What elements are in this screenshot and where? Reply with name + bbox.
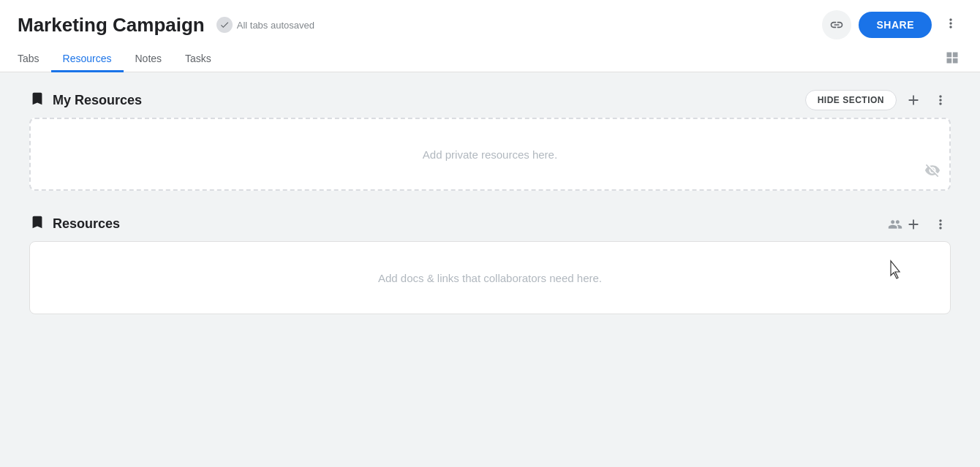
autosave-label: All tabs autosaved xyxy=(237,20,314,31)
grid-view-button[interactable] xyxy=(942,49,962,67)
link-button[interactable] xyxy=(822,10,851,39)
resources-placeholder: Add docs & links that collaborators need… xyxy=(378,272,602,284)
app-container: Marketing Campaign All tabs autosaved xyxy=(0,0,980,467)
header-right: SHARE xyxy=(822,10,962,39)
tab-tasks[interactable]: Tasks xyxy=(173,47,223,72)
share-button[interactable]: SHARE xyxy=(859,12,932,38)
my-resources-body: Add private resources here. xyxy=(29,118,951,191)
private-eye-icon xyxy=(924,162,941,182)
resources-more-button[interactable] xyxy=(930,216,951,233)
autosave-icon xyxy=(216,17,233,33)
hide-section-button[interactable]: HIDE SECTION xyxy=(805,90,897,110)
main-content: My Resources HIDE SECTION xyxy=(0,72,980,467)
my-resources-placeholder: Add private resources here. xyxy=(423,148,557,161)
tab-resources[interactable]: Resources xyxy=(51,47,124,72)
header-nav-row: Tabs Resources Notes Tasks xyxy=(18,47,962,72)
page-title: Marketing Campaign xyxy=(18,14,205,37)
resources-section: Resources xyxy=(29,214,951,314)
resources-title: Resources xyxy=(53,216,882,232)
cursor xyxy=(887,259,905,280)
resources-header: Resources xyxy=(29,214,951,234)
my-resources-header: My Resources HIDE SECTION xyxy=(29,90,951,110)
resources-shared-icon xyxy=(888,217,902,232)
my-resources-more-button[interactable] xyxy=(930,91,951,109)
my-resources-section: My Resources HIDE SECTION xyxy=(29,90,951,191)
autosave-badge: All tabs autosaved xyxy=(216,17,314,33)
resources-body: Add docs & links that collaborators need… xyxy=(29,241,951,314)
tab-tabs[interactable]: Tabs xyxy=(18,47,51,72)
resources-add-button[interactable] xyxy=(902,215,924,234)
header: Marketing Campaign All tabs autosaved xyxy=(0,0,980,72)
resources-bookmark-icon xyxy=(29,214,45,234)
header-top: Marketing Campaign All tabs autosaved xyxy=(18,10,962,39)
my-resources-title: My Resources xyxy=(53,93,805,108)
header-left: Marketing Campaign All tabs autosaved xyxy=(18,14,314,37)
my-resources-actions: HIDE SECTION xyxy=(805,90,951,110)
nav-tabs: Tabs Resources Notes Tasks xyxy=(18,47,223,72)
my-resources-add-button[interactable] xyxy=(902,91,924,110)
my-resources-bookmark-icon xyxy=(29,91,45,110)
resources-actions xyxy=(902,215,951,234)
tab-notes[interactable]: Notes xyxy=(124,47,174,72)
header-more-button[interactable] xyxy=(939,13,962,37)
